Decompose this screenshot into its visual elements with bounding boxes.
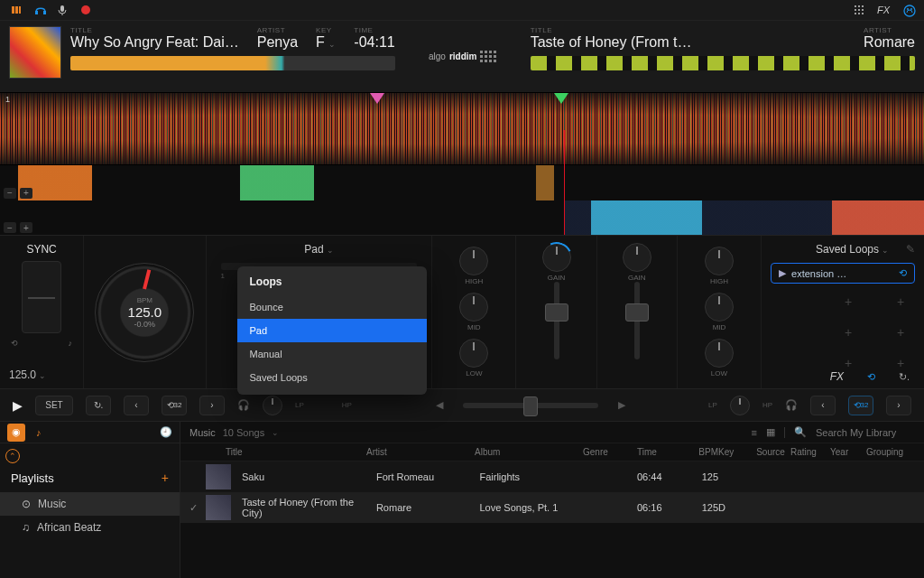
add-loop-slot[interactable]: + xyxy=(845,294,863,309)
zoom-in-b[interactable]: + xyxy=(20,222,32,233)
jog-wheel-a[interactable]: BPM 125.0 -0.0% xyxy=(95,263,194,362)
cue-headphones-a[interactable]: 🎧 xyxy=(237,399,250,411)
record-icon[interactable] xyxy=(81,5,90,14)
eq-mid-b[interactable] xyxy=(705,293,734,322)
loop-double-a[interactable]: › xyxy=(199,396,225,415)
volume-fader-a[interactable] xyxy=(554,282,559,359)
cell-key: D xyxy=(718,502,751,513)
microphone-icon[interactable] xyxy=(58,5,69,15)
add-loop-slot[interactable]: + xyxy=(845,356,863,370)
loop-size-b[interactable]: ⟲32 xyxy=(848,396,873,415)
loop-half-a[interactable]: ‹ xyxy=(124,396,149,415)
add-loop-slot[interactable]: + xyxy=(897,294,915,309)
eq-low-a[interactable] xyxy=(459,339,488,368)
gain-knob-b[interactable] xyxy=(623,243,651,272)
fx-button[interactable]: FX xyxy=(830,370,844,383)
add-loop-slot[interactable]: + xyxy=(845,325,863,340)
zoom-in-a[interactable]: + xyxy=(20,188,32,199)
loop-double-b[interactable]: › xyxy=(886,396,911,415)
history-icon[interactable]: 🕘 xyxy=(160,426,172,438)
volume-fader-b[interactable] xyxy=(634,282,640,359)
eq-mid-a[interactable] xyxy=(459,293,488,322)
saved-loop-chip[interactable]: ▶ extension … ⟲ xyxy=(771,263,915,284)
loop-icon[interactable]: ⟲ xyxy=(899,267,907,279)
gain-knob-a[interactable] xyxy=(542,243,571,272)
source-local-icon[interactable]: ◉ xyxy=(7,424,25,442)
automix-icon[interactable] xyxy=(902,5,913,15)
label-title: TITLE xyxy=(70,26,239,34)
eq-low-b[interactable] xyxy=(705,339,734,368)
loop-size-a[interactable]: ⟲32 xyxy=(162,396,187,415)
edit-icon[interactable]: ✎ xyxy=(906,243,915,256)
crossfade-right-icon[interactable]: ▶ xyxy=(618,399,625,411)
svg-point-11 xyxy=(858,9,860,11)
channel-a: GAIN xyxy=(516,236,596,388)
dropdown-item-pad[interactable]: Pad xyxy=(237,319,427,342)
filter-knob-a[interactable] xyxy=(263,396,282,415)
breadcrumb[interactable]: Music xyxy=(189,427,216,438)
saved-loops-header[interactable]: Saved Loops ⌄ xyxy=(816,243,889,256)
saved-loops-section: Saved Loops ⌄ ✎ ▶ extension … ⟲ ++ ++ ++… xyxy=(762,236,924,388)
nudge-down-icon[interactable]: ⟲ xyxy=(11,339,18,348)
table-row[interactable]: ✓Taste of Honey (From the City)RomareLov… xyxy=(180,492,924,523)
cell-bpm: 125 xyxy=(682,471,718,482)
waveform-deck-a[interactable]: −+ xyxy=(0,165,924,200)
window-topbar: FX xyxy=(0,0,924,20)
cue-set-button[interactable]: SET xyxy=(35,396,73,415)
transport-bar: ▶ SET ↻. ‹ ⟲32 › 🎧 LP HP ◀ ▶ LP HP 🎧 ‹ ⟲… xyxy=(0,388,924,421)
dropdown-item-bounce[interactable]: Bounce xyxy=(237,295,427,319)
zoom-out-b[interactable]: − xyxy=(4,222,16,233)
eq-high-b[interactable] xyxy=(705,247,734,275)
table-row[interactable]: SakuFort RomeauFairlights06:44125 xyxy=(180,461,924,492)
bpm-readout[interactable]: 125.0 ⌄ xyxy=(9,368,46,381)
search-icon[interactable]: 🔍 xyxy=(794,426,807,438)
cue-jump-button[interactable]: ↻. xyxy=(86,396,111,415)
library-icon[interactable] xyxy=(11,5,22,15)
loop-half-b[interactable]: ‹ xyxy=(810,396,836,415)
headphones-icon[interactable] xyxy=(34,5,45,15)
main-waveform[interactable]: 1 xyxy=(0,92,924,164)
dual-waveform[interactable]: −+ −+ xyxy=(0,164,924,235)
deck-a-overview[interactable] xyxy=(70,56,395,70)
cue-marker-green[interactable] xyxy=(554,93,568,104)
sync-button[interactable]: SYNC xyxy=(9,243,74,256)
play-button-a[interactable]: ▶ xyxy=(13,398,23,413)
view-list-icon[interactable]: ≡ xyxy=(752,427,757,438)
waveform-deck-b[interactable]: −+ xyxy=(0,200,924,236)
crossfade-left-icon[interactable]: ◀ xyxy=(436,399,443,411)
zoom-out-a[interactable]: − xyxy=(4,188,16,199)
dropdown-item-saved[interactable]: Saved Loops xyxy=(237,366,427,389)
row-check-icon: ✓ xyxy=(189,502,206,514)
pitch-slider-a[interactable] xyxy=(22,261,61,333)
search-input[interactable] xyxy=(816,427,915,438)
crossfader[interactable] xyxy=(463,403,598,408)
nudge-up-icon[interactable]: ♪ xyxy=(69,339,73,348)
filter-knob-b[interactable] xyxy=(730,396,750,415)
playlist-item-music[interactable]: ⊙Music xyxy=(0,492,180,516)
play-icon: ▶ xyxy=(779,267,786,279)
add-playlist-button[interactable]: + xyxy=(162,471,169,485)
redo-icon[interactable]: ↻. xyxy=(899,371,910,383)
grid-icon[interactable] xyxy=(854,5,864,15)
dropdown-item-manual[interactable]: Manual xyxy=(237,342,427,366)
deck-b-overview[interactable] xyxy=(531,56,915,70)
playlist-item-african[interactable]: ♫African Beatz xyxy=(0,516,180,539)
beat-sync-icon[interactable]: ⟲ xyxy=(867,371,875,383)
loops-dropdown[interactable]: Loops Bounce Pad Manual Saved Loops xyxy=(237,266,427,395)
add-loop-slot[interactable]: + xyxy=(897,325,915,340)
deck-a-key[interactable]: F ⌄ xyxy=(316,34,336,51)
pad-mode-selector[interactable]: Pad⌄ xyxy=(216,243,423,256)
add-loop-slot[interactable]: + xyxy=(897,356,915,370)
source-playlist-icon[interactable]: ♪ xyxy=(36,427,42,438)
library-columns[interactable]: Title Artist Album Genre Time BPM Key So… xyxy=(180,443,924,461)
cue-headphones-b[interactable]: 🎧 xyxy=(785,399,798,411)
cue-marker-pink[interactable] xyxy=(370,93,384,104)
deck-a-artwork[interactable] xyxy=(9,26,61,79)
view-grid-icon[interactable]: ▦ xyxy=(766,426,775,438)
deck-header-row: TITLEWhy So Angry Feat: Dai… ARTISTPenya… xyxy=(0,20,924,92)
eq-high-a[interactable] xyxy=(459,247,488,275)
fx-label[interactable]: FX xyxy=(877,5,890,15)
svg-point-16 xyxy=(904,5,915,16)
collapse-sidebar-icon[interactable]: ⌃ xyxy=(5,449,20,463)
dropdown-title: Loops xyxy=(237,275,427,295)
